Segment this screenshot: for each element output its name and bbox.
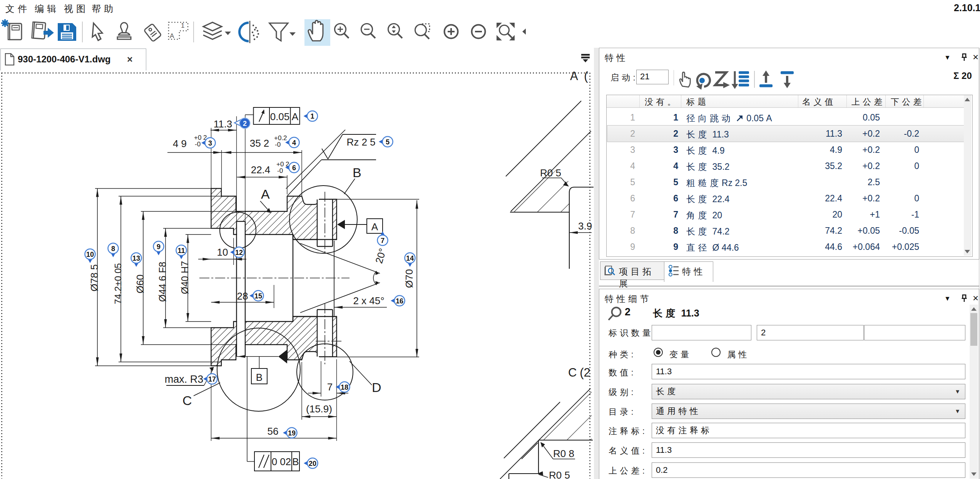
svg-text:R0 5: R0 5	[549, 469, 570, 479]
svg-text:56: 56	[268, 425, 279, 437]
svg-text:9: 9	[157, 243, 161, 251]
svg-text:8: 8	[111, 245, 115, 253]
svg-text:B: B	[353, 165, 361, 180]
svg-text:4 9: 4 9	[173, 138, 187, 149]
svg-text:18: 18	[341, 384, 348, 391]
svg-text:20: 20	[309, 460, 316, 467]
svg-text:Ø40 H7: Ø40 H7	[179, 261, 190, 294]
svg-text:-0: -0	[275, 141, 281, 148]
svg-text:B: B	[256, 372, 263, 383]
svg-text:1: 1	[310, 112, 314, 120]
svg-text:Ø70: Ø70	[403, 269, 415, 288]
svg-text:B: B	[292, 456, 299, 467]
svg-text:-0: -0	[195, 141, 201, 148]
svg-text:10: 10	[217, 246, 228, 258]
svg-text:7: 7	[327, 381, 333, 393]
svg-text:Rz 2 5: Rz 2 5	[346, 136, 375, 148]
svg-text:7: 7	[381, 237, 385, 245]
svg-text:28: 28	[237, 290, 248, 302]
svg-text:35 2: 35 2	[250, 137, 269, 149]
svg-text:15: 15	[254, 292, 262, 300]
svg-text:22.4: 22.4	[251, 164, 271, 176]
svg-text:17: 17	[208, 375, 216, 383]
svg-text:3: 3	[208, 139, 212, 147]
svg-text:0.05: 0.05	[270, 111, 290, 122]
svg-text:A: A	[170, 32, 174, 40]
svg-text:4: 4	[292, 139, 296, 147]
svg-text:A: A	[261, 187, 270, 201]
svg-text:6: 6	[292, 164, 296, 172]
svg-text:0 02: 0 02	[272, 456, 291, 467]
svg-text:19: 19	[288, 429, 296, 437]
svg-text:C: C	[182, 393, 192, 408]
svg-text:2 x 45°: 2 x 45°	[353, 295, 384, 306]
svg-text:R0 5: R0 5	[540, 167, 561, 179]
svg-text:2: 2	[243, 120, 247, 127]
svg-text:max. R3: max. R3	[165, 373, 204, 385]
svg-text:A: A	[371, 221, 378, 233]
svg-text:12: 12	[235, 249, 243, 256]
svg-text:16: 16	[396, 297, 403, 305]
svg-text:(15.9): (15.9)	[306, 403, 332, 415]
svg-text:Ø44 6 F8: Ø44 6 F8	[157, 262, 168, 302]
svg-text:A (: A (	[570, 70, 588, 83]
svg-text:11.3: 11.3	[214, 118, 232, 130]
svg-text:13: 13	[132, 255, 140, 262]
svg-text:R0 8: R0 8	[553, 448, 574, 459]
svg-text:20°: 20°	[373, 247, 388, 265]
svg-text:14: 14	[406, 255, 414, 262]
svg-text:11: 11	[177, 247, 185, 255]
svg-text:Ø78 5: Ø78 5	[89, 264, 100, 291]
svg-text:D: D	[372, 380, 381, 395]
svg-text:3.9: 3.9	[578, 220, 592, 232]
svg-text:74.2±0 05: 74.2±0 05	[113, 263, 123, 304]
svg-text:C (2: C (2	[568, 366, 590, 379]
svg-text:Ø60: Ø60	[134, 275, 146, 293]
svg-text:10: 10	[86, 251, 94, 258]
svg-text:1: 1	[181, 22, 184, 29]
svg-text:A: A	[292, 111, 299, 122]
svg-text:5: 5	[386, 138, 390, 146]
svg-text:-0: -0	[277, 167, 283, 174]
